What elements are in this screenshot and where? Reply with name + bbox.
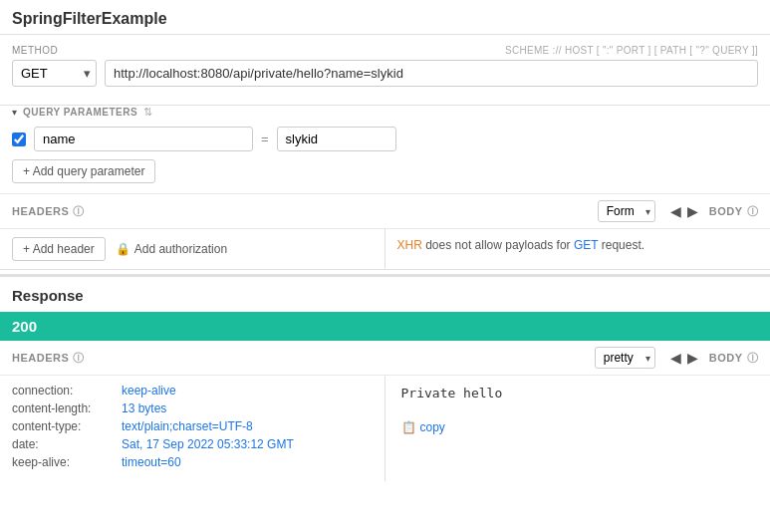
header-value: keep-alive: [122, 384, 176, 398]
pretty-dropdown-wrapper: pretty raw: [595, 347, 655, 369]
form-select[interactable]: Form Raw: [598, 200, 655, 222]
scheme-hint: SCHEME :// HOST [ ":" PORT ] [ PATH [ "?…: [505, 45, 758, 56]
nav-right-arrow-button[interactable]: ▶: [684, 203, 701, 219]
query-params-label: QUERY PARAMETERS: [23, 107, 137, 118]
sort-icon: ⇅: [143, 106, 152, 119]
request-section: METHOD SCHEME :// HOST [ ":" PORT ] [ PA…: [0, 35, 770, 106]
pretty-select[interactable]: pretty raw: [595, 347, 655, 369]
copy-button[interactable]: 📋 copy: [401, 420, 445, 434]
lock-icon: 🔒: [116, 242, 130, 256]
query-params-section: ▾ QUERY PARAMETERS ⇅ = + Add query param…: [0, 106, 770, 193]
form-dropdown-wrapper: Form Raw: [598, 200, 655, 222]
response-headers-body-row: HEADERS ⓘ pretty raw ◀ ▶ BODY ⓘ: [0, 341, 770, 376]
nav-arrows: ◀ ▶: [667, 203, 701, 219]
response-headers-info-icon: ⓘ: [73, 351, 85, 366]
query-params-header[interactable]: ▾ QUERY PARAMETERS ⇅: [12, 106, 758, 119]
response-body-area: Private hello 📋 copy: [385, 376, 771, 481]
response-two-col: connection: keep-alive content-length: 1…: [0, 376, 770, 481]
header-key: content-type:: [12, 419, 122, 433]
status-bar: 200: [0, 312, 770, 341]
method-label: METHOD: [12, 45, 58, 56]
header-key: date:: [12, 437, 122, 451]
status-code: 200: [12, 318, 37, 335]
nav-left-arrow-button[interactable]: ◀: [667, 203, 684, 219]
header-value: text/plain;charset=UTF-8: [122, 419, 253, 433]
header-key: keep-alive:: [12, 455, 122, 469]
response-title: Response: [0, 277, 770, 312]
response-body-text: Private hello: [401, 386, 755, 400]
add-param-button[interactable]: + Add query parameter: [12, 159, 155, 183]
param-value-input[interactable]: [277, 127, 396, 151]
response-section: Response 200 HEADERS ⓘ pretty raw ◀ ▶ BO…: [0, 274, 770, 481]
header-value: Sat, 17 Sep 2022 05:33:12 GMT: [122, 437, 294, 451]
xhr-note-area: XHR does not allow payloads for GET requ…: [385, 229, 771, 269]
response-body-info-icon: ⓘ: [747, 351, 759, 366]
headers-info-icon: ⓘ: [73, 204, 85, 219]
header-row-content-length: content-length: 13 bytes: [12, 401, 373, 415]
response-nav-left-button[interactable]: ◀: [667, 350, 684, 366]
response-body-label: BODY ⓘ: [709, 351, 758, 366]
app-title: SpringFilterExample: [0, 0, 770, 35]
header-value: timeout=60: [122, 455, 181, 469]
headers-actions: + Add header 🔒 Add authorization: [0, 229, 385, 269]
response-headers-label: HEADERS ⓘ: [12, 351, 85, 366]
header-row-date: date: Sat, 17 Sep 2022 05:33:12 GMT: [12, 437, 373, 451]
copy-icon: 📋: [401, 420, 416, 434]
response-nav-right-button[interactable]: ▶: [684, 350, 701, 366]
header-value: 13 bytes: [122, 401, 166, 415]
xhr-note: XHR does not allow payloads for GET requ…: [397, 238, 645, 252]
get-word: GET: [574, 238, 598, 252]
param-checkbox[interactable]: [12, 133, 26, 146]
headers-section-label: HEADERS ⓘ: [12, 204, 85, 219]
header-row-connection: connection: keep-alive: [12, 384, 373, 398]
copy-label: copy: [420, 420, 445, 434]
equals-sign: =: [261, 132, 269, 146]
param-key-input[interactable]: [34, 127, 253, 151]
response-headers-list: connection: keep-alive content-length: 1…: [0, 376, 385, 481]
param-row: =: [12, 127, 758, 151]
header-key: connection:: [12, 384, 122, 398]
add-header-button[interactable]: + Add header: [12, 237, 106, 261]
response-nav-arrows: ◀ ▶: [667, 350, 701, 366]
header-key: content-length:: [12, 401, 122, 415]
url-input[interactable]: [105, 60, 758, 87]
method-url-row: GET POST PUT DELETE PATCH ▾: [12, 60, 758, 87]
query-params-chevron-icon: ▾: [12, 107, 17, 118]
method-select[interactable]: GET POST PUT DELETE PATCH: [12, 60, 97, 87]
headers-actions-body-row: + Add header 🔒 Add authorization XHR doe…: [0, 229, 770, 270]
method-select-wrapper: GET POST PUT DELETE PATCH ▾: [12, 60, 97, 87]
add-auth-button[interactable]: 🔒 Add authorization: [116, 242, 227, 256]
header-row-keep-alive: keep-alive: timeout=60: [12, 455, 373, 469]
xhr-word: XHR: [397, 238, 422, 252]
method-label-row: METHOD SCHEME :// HOST [ ":" PORT ] [ PA…: [12, 45, 758, 56]
body-section-label: BODY ⓘ: [709, 204, 758, 219]
headers-body-row: HEADERS ⓘ Form Raw ◀ ▶ BODY ⓘ: [0, 193, 770, 229]
body-info-icon: ⓘ: [747, 204, 759, 219]
header-row-content-type: content-type: text/plain;charset=UTF-8: [12, 419, 373, 433]
